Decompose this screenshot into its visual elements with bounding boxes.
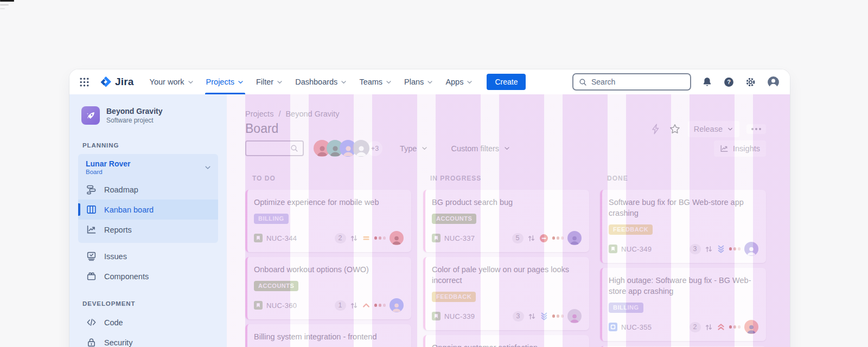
sidebar-item-issues[interactable]: Issues [78, 246, 218, 266]
automation-lightning-icon[interactable] [650, 123, 662, 135]
project-sidebar: Beyond Gravity Software project PLANNING… [69, 94, 227, 347]
card-title: Ongoing customer satisfaction [432, 342, 582, 347]
story-points-badge: 2 [335, 233, 346, 243]
label-chip: BILLING [254, 214, 289, 224]
nav-item-your-work[interactable]: Your work [144, 69, 200, 94]
settings-gear-icon[interactable] [745, 76, 756, 88]
issue-card[interactable]: Optimize experience for mobile web BILLI… [245, 190, 411, 252]
subtask-icon [705, 323, 713, 331]
chevron-down-icon [276, 79, 283, 86]
issue-key: NUC-344 [266, 234, 297, 242]
chevron-down-icon [204, 164, 212, 171]
board-column-todo: TO DO Optimize experience for mobile web… [245, 175, 411, 347]
more-options-button[interactable] [746, 124, 766, 134]
chevron-down-icon [237, 79, 244, 86]
kanban-board-icon [86, 204, 97, 215]
chevron-down-icon [727, 126, 733, 132]
priority-blocked-icon [539, 234, 548, 243]
development-section-label: DEVELOPMENT [82, 300, 218, 307]
board-group: Lunar Rover Board Roadmap Kanban board R… [78, 154, 218, 243]
nav-utility-icons [701, 75, 780, 89]
help-icon[interactable] [723, 76, 735, 88]
project-avatar-rocket-icon [81, 106, 100, 125]
app-switcher-icon[interactable] [79, 77, 90, 87]
board-search-input[interactable] [245, 140, 304, 156]
chevron-down-icon [421, 145, 428, 152]
card-title: Onboard workout options (OWO) [254, 264, 404, 275]
custom-filters-dropdown[interactable]: Custom filters [451, 144, 510, 153]
issue-card[interactable]: Software bug fix for BG Web-store app cr… [600, 190, 766, 263]
jira-logo[interactable]: Jira [99, 75, 134, 89]
page-title: Board [245, 121, 278, 136]
sidebar-item-components[interactable]: Components [78, 266, 218, 286]
chevron-down-icon [385, 79, 392, 86]
chevron-down-icon [503, 145, 510, 152]
type-filter-dropdown[interactable]: Type [400, 144, 428, 153]
breadcrumb-current-project[interactable]: Beyond Gravity [285, 110, 339, 118]
insights-button[interactable]: Insights [714, 140, 766, 157]
top-navigation-bar: Jira Your work Projects Filter Dashboard… [69, 69, 790, 94]
card-title: BG product search bug [432, 197, 582, 208]
board-column-in-progress: IN PROGRESS BG product search bug ACCOUN… [423, 175, 589, 347]
issues-icon [86, 251, 97, 261]
nav-item-projects[interactable]: Projects [200, 69, 250, 94]
issue-card[interactable]: Ongoing customer satisfaction [423, 335, 589, 347]
issue-key: NUC-349 [621, 245, 652, 253]
notifications-icon[interactable] [701, 76, 713, 88]
priority-lowest-icon [540, 312, 548, 320]
project-name: Beyond Gravity [106, 107, 162, 115]
assignee-avatar [744, 242, 758, 256]
avatar-overflow-badge[interactable]: +3 [367, 141, 382, 156]
sidebar-item-security[interactable]: Security [78, 332, 218, 347]
issue-key: NUC-337 [444, 234, 475, 242]
chevron-down-icon [187, 79, 194, 86]
search-input[interactable] [591, 78, 685, 86]
assignee-avatar [390, 231, 404, 245]
jira-logo-icon [99, 75, 113, 89]
insights-chart-icon [720, 144, 729, 153]
label-chip: ACCOUNTS [254, 281, 298, 291]
story-type-icon [254, 234, 263, 242]
breadcrumb-projects-link[interactable]: Projects [245, 110, 273, 118]
sidebar-item-reports[interactable]: Reports [78, 220, 218, 240]
status-dots-icon [374, 236, 386, 240]
story-points-badge: 3 [690, 244, 701, 254]
star-favorite-icon[interactable] [669, 123, 681, 135]
issue-key: NUC-355 [621, 323, 652, 331]
nav-item-apps[interactable]: Apps [439, 69, 479, 94]
release-button[interactable]: Release [688, 121, 739, 137]
board-group-name: Lunar Rover [86, 159, 130, 168]
card-title: Billing system integration - frontend [254, 331, 404, 342]
board-switcher[interactable]: Lunar Rover Board [78, 154, 218, 179]
card-title: Software bug fix for BG Web-store app cr… [609, 197, 758, 219]
global-search[interactable] [572, 73, 691, 91]
roadmap-icon [86, 184, 97, 195]
board-group-subtitle: Board [86, 169, 130, 175]
nav-item-plans[interactable]: Plans [398, 69, 439, 94]
nav-item-filter[interactable]: Filter [250, 69, 289, 94]
story-points-badge: 5 [512, 233, 524, 243]
project-header[interactable]: Beyond Gravity Software project [78, 106, 218, 125]
nav-item-teams[interactable]: Teams [353, 69, 398, 94]
sidebar-item-code[interactable]: Code [78, 312, 218, 332]
assignee-avatar-stack[interactable]: +3 [314, 140, 382, 157]
issue-card[interactable]: Billing system integration - frontend FO… [245, 324, 411, 347]
issue-card[interactable]: Color of pale yellow on our pages looks … [423, 257, 589, 330]
breadcrumb: Projects / Beyond Gravity [245, 110, 340, 118]
label-chip: FEEDBACK [432, 292, 476, 302]
jira-logo-text: Jira [115, 76, 134, 88]
nav-item-dashboards[interactable]: Dashboards [289, 69, 353, 94]
issue-card[interactable]: High outage: Software bug fix - BG Web-s… [600, 268, 766, 341]
board-main-area: Projects / Beyond Gravity Board +3 Type [227, 94, 790, 347]
sidebar-item-roadmap[interactable]: Roadmap [78, 179, 218, 200]
project-type: Software project [106, 117, 162, 124]
chevron-down-icon [340, 79, 347, 86]
issue-card[interactable]: Onboard workout options (OWO) ACCOUNTS N… [245, 257, 411, 319]
priority-medium-icon [362, 234, 371, 242]
issue-card[interactable]: BG product search bug ACCOUNTS NUC-337 5 [423, 190, 589, 252]
sidebar-item-kanban-board[interactable]: Kanban board [78, 200, 218, 220]
code-icon [86, 317, 97, 327]
create-button[interactable]: Create [487, 74, 526, 90]
profile-avatar[interactable] [767, 75, 780, 89]
status-dots-icon [552, 314, 564, 318]
